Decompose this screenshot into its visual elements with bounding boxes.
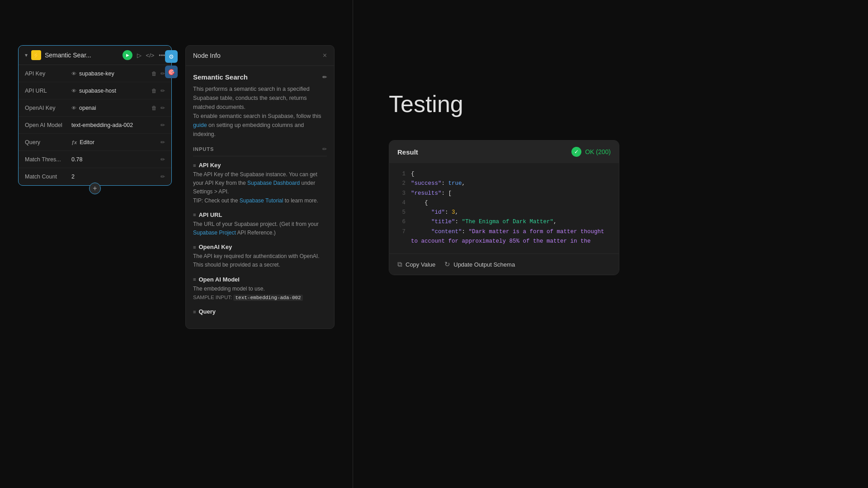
api-key-delete-btn[interactable]: 🗑 (151, 70, 157, 77)
input-api-url-desc: The URL of your Supabase project. (Get i… (193, 220, 327, 237)
dash-icon-4: ≡ (193, 277, 196, 282)
api-url-row: API URL 👁 supabase-host 🗑 ✏ (19, 82, 171, 99)
input-openai-key: ≡ OpenAI Key The API key required for au… (193, 244, 327, 269)
openai-key-label: OpenAI Key (25, 105, 68, 111)
openai-model-row: Open AI Model text-embedding-ada-002 ✏ (19, 117, 171, 134)
result-title: Result (397, 148, 418, 156)
result-footer: ⧉ Copy Value ↻ Update Output Schema (389, 253, 619, 275)
supabase-project-link[interactable]: Supabase Project (193, 230, 236, 236)
code-line-1: 1 { (396, 169, 612, 179)
code-block: 1 { 2 "success": true, 3 "results": [ 4 … (389, 163, 619, 253)
api-key-value: 👁 supabase-key (71, 70, 148, 77)
code-line-7: 7 "content": "Dark matter is a form of m… (396, 227, 612, 247)
status-text: OK (200) (585, 148, 611, 155)
code-line-6: 6 "title": "The Enigma of Dark Matter", (396, 217, 612, 227)
status-ok-badge: ✓ OK (200) (571, 147, 611, 157)
run-icon[interactable]: ▷ (137, 52, 142, 59)
input-query: ≡ Query (193, 308, 327, 315)
input-query-name: ≡ Query (193, 308, 327, 315)
match-threshold-label: Match Thres... (25, 156, 68, 163)
match-count-text: 2 (71, 174, 75, 180)
openai-key-value: 👁 openai (71, 105, 148, 111)
play-button[interactable] (123, 50, 132, 60)
guide-link[interactable]: guide (193, 122, 207, 128)
code-line-3: 3 "results": [ (396, 189, 612, 198)
match-threshold-text: 0.78 (71, 156, 82, 163)
node-info-content: Semantic Search ✏ This performs a semant… (186, 66, 334, 328)
query-text: Editor (80, 139, 94, 145)
sample-input-label: SAMPLE INPUT: text-embedding-ada-002 (193, 295, 303, 300)
match-threshold-actions: ✏ (160, 156, 165, 163)
status-check-icon: ✓ (571, 147, 581, 157)
update-icon: ↻ (444, 260, 450, 268)
api-url-edit-btn[interactable]: ✏ (160, 88, 165, 94)
openai-key-text: openai (79, 105, 96, 111)
match-count-label: Match Count (25, 174, 68, 180)
input-api-key-name: ≡ API Key (193, 162, 327, 169)
semantic-search-desc: This performs a semantic search in a spe… (193, 84, 327, 139)
openai-key-delete-btn[interactable]: 🗑 (151, 105, 157, 111)
panel-divider (353, 0, 353, 488)
edit-inputs-icon[interactable]: ✏ (322, 146, 327, 152)
code-line-5: 5 "id": 3, (396, 208, 612, 217)
api-url-actions: 🗑 ✏ (151, 88, 165, 94)
match-threshold-edit-btn[interactable]: ✏ (160, 156, 165, 163)
collapse-chevron[interactable]: ▾ (25, 52, 28, 58)
api-url-delete-btn[interactable]: 🗑 (151, 88, 157, 94)
input-openai-model: ≡ Open AI Model The embedding model to u… (193, 276, 327, 302)
dash-icon-3: ≡ (193, 244, 196, 250)
page-title: Testing (389, 90, 463, 117)
node-info-header: Node Info × (186, 46, 334, 66)
copy-icon: ⧉ (397, 260, 402, 268)
right-panel: Testing Result ✓ OK (200) 1 { 2 "success… (362, 0, 868, 488)
node-info-close-button[interactable]: × (323, 52, 327, 59)
input-openai-key-desc: The API key required for authentication … (193, 252, 327, 269)
query-edit-btn[interactable]: ✏ (160, 139, 165, 145)
node-info-title: Node Info (193, 52, 221, 59)
copy-value-label: Copy Value (406, 261, 435, 268)
openai-key-edit-btn[interactable]: ✏ (160, 105, 165, 111)
openai-model-actions: ✏ (160, 122, 165, 128)
edit-title-icon[interactable]: ✏ (322, 74, 327, 80)
supabase-dashboard-link[interactable]: Supabase Dashboard (247, 180, 300, 186)
query-row: Query ƒx Editor ✏ (19, 134, 171, 151)
result-card: Result ✓ OK (200) 1 { 2 "success": true,… (389, 140, 619, 275)
api-key-edit-btn[interactable]: ✏ (160, 70, 165, 77)
node-settings-icon[interactable]: ⚙ (165, 50, 178, 63)
supabase-tutorial-link[interactable]: Supabase Tutorial (240, 197, 283, 204)
openai-model-edit-btn[interactable]: ✏ (160, 122, 165, 128)
sample-input-value: text-embedding-ada-002 (233, 295, 302, 301)
node-header: ▾ ⚡ Semantic Sear... ▷ </> ••• (19, 46, 171, 65)
copy-value-button[interactable]: ⧉ Copy Value (397, 260, 435, 268)
dash-icon-5: ≡ (193, 309, 196, 314)
more-options-icon[interactable]: ••• (159, 52, 165, 59)
fx-icon: ƒx (71, 140, 77, 145)
semantic-search-title: Semantic Search ✏ (193, 73, 327, 81)
input-api-url: ≡ API URL The URL of your Supabase proje… (193, 211, 327, 237)
api-url-value: 👁 supabase-host (71, 88, 148, 94)
match-threshold-row: Match Thres... 0.78 ✏ (19, 151, 171, 168)
node-info-icon[interactable]: 🎯 (165, 66, 178, 78)
secret-icon-2: 👁 (71, 88, 76, 94)
api-key-row: API Key 👁 supabase-key 🗑 ✏ (19, 65, 171, 82)
api-key-text: supabase-key (79, 70, 114, 77)
node-body: API Key 👁 supabase-key 🗑 ✏ API URL 👁 sup… (19, 65, 171, 185)
dash-icon-1: ≡ (193, 163, 196, 168)
api-key-label: API Key (25, 70, 68, 77)
add-node-button[interactable]: + (89, 183, 101, 194)
openai-model-text: text-embedding-ada-002 (71, 122, 133, 128)
result-header: Result ✓ OK (200) (389, 141, 619, 163)
node-title: Semantic Sear... (45, 52, 119, 59)
input-api-key-desc: The API Key of the Supabase instance. Yo… (193, 170, 327, 205)
match-count-edit-btn[interactable]: ✏ (160, 174, 165, 180)
query-actions: ✏ (160, 139, 165, 145)
update-schema-button[interactable]: ↻ Update Output Schema (444, 260, 515, 268)
openai-model-value: text-embedding-ada-002 (71, 122, 157, 128)
input-api-url-name: ≡ API URL (193, 211, 327, 218)
api-key-actions: 🗑 ✏ (151, 70, 165, 77)
code-icon[interactable]: </> (146, 52, 155, 59)
openai-model-label: Open AI Model (25, 122, 68, 128)
code-line-4: 4 { (396, 198, 612, 208)
query-label: Query (25, 139, 68, 145)
inputs-section-header: INPUTS ✏ (193, 146, 327, 156)
